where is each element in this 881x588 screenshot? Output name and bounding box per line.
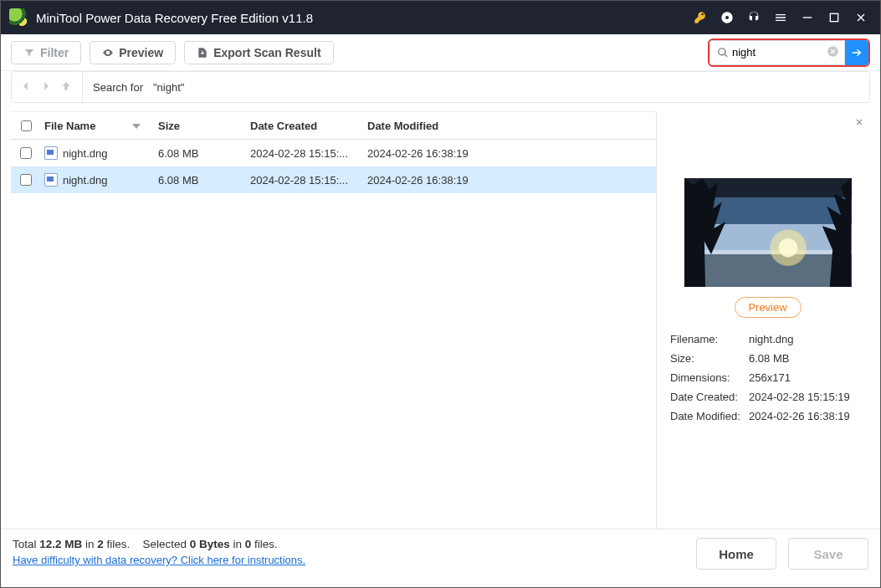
svg-rect-0 <box>803 17 812 18</box>
preview-thumbnail <box>684 178 852 287</box>
col-name[interactable]: File Name <box>44 120 95 132</box>
search-input[interactable] <box>732 46 827 59</box>
meta-val-dimensions: 256x171 <box>749 371 865 384</box>
preview-label: Preview <box>119 46 163 59</box>
meta-val-filename: night.dng <box>749 333 865 345</box>
search-submit-button[interactable] <box>845 40 868 65</box>
svg-rect-1 <box>830 13 837 21</box>
minimize-icon[interactable] <box>800 10 815 25</box>
meta-label-created: Date Created: <box>670 391 749 403</box>
footer: Total 12.2 MB in 2 files. Selected 0 Byt… <box>1 529 880 587</box>
col-created[interactable]: Date Created <box>250 120 367 132</box>
meta-val-size: 6.08 MB <box>749 352 865 365</box>
filter-button[interactable]: Filter <box>11 41 81 64</box>
app-logo <box>9 8 28 27</box>
close-icon[interactable] <box>853 10 868 25</box>
file-size: 6.08 MB <box>158 174 250 187</box>
app-title: MiniTool Power Data Recovery Free Editio… <box>36 11 313 25</box>
col-modified[interactable]: Date Modified <box>367 120 656 132</box>
search-box <box>708 38 870 67</box>
license-key-icon[interactable] <box>693 10 708 25</box>
breadcrumb-prefix: Search for <box>93 81 143 94</box>
breadcrumb: Search for "night" <box>11 71 870 103</box>
file-size: 6.08 MB <box>158 147 250 160</box>
preview-open-button[interactable]: Preview <box>735 297 802 318</box>
help-link[interactable]: Have difficulty with data recovery? Clic… <box>13 554 305 566</box>
meta-label-dimensions: Dimensions: <box>670 371 749 384</box>
file-icon <box>44 146 58 160</box>
close-preview-icon[interactable] <box>852 115 867 130</box>
file-modified: 2024-02-26 16:38:19 <box>367 174 656 187</box>
table-row[interactable]: night.dng 6.08 MB 2024-02-28 15:15:... 2… <box>11 166 656 193</box>
export-label: Export Scan Result <box>213 46 320 59</box>
meta-label-size: Size: <box>670 352 749 365</box>
row-checkbox[interactable] <box>20 174 32 186</box>
file-created: 2024-02-28 15:15:... <box>250 174 367 187</box>
preview-panel: Preview Filename:night.dng Size:6.08 MB … <box>665 111 870 529</box>
select-all-checkbox[interactable] <box>21 120 32 131</box>
menu-icon[interactable] <box>773 10 788 25</box>
file-modified: 2024-02-26 16:38:19 <box>367 147 656 160</box>
file-created: 2024-02-28 15:15:... <box>250 147 367 160</box>
meta-val-created: 2024-02-28 15:15:19 <box>749 391 865 403</box>
file-list-header: File Name Size Date Created Date Modifie… <box>11 111 656 140</box>
clear-search-icon[interactable] <box>827 45 844 60</box>
nav-forward-icon[interactable] <box>40 80 52 95</box>
search-icon <box>717 47 729 59</box>
support-icon[interactable] <box>746 10 761 25</box>
file-name: night.dng <box>63 174 108 187</box>
preview-button[interactable]: Preview <box>90 41 176 64</box>
toolbar: Filter Preview Export Scan Result <box>1 34 880 71</box>
footer-stats: Total 12.2 MB in 2 files. Selected 0 Byt… <box>13 538 696 550</box>
disc-icon[interactable] <box>720 10 735 25</box>
breadcrumb-term: "night" <box>153 81 184 94</box>
meta-label-modified: Date Modified: <box>670 410 749 422</box>
export-button[interactable]: Export Scan Result <box>184 41 333 64</box>
file-icon <box>44 173 58 187</box>
maximize-icon[interactable] <box>827 10 842 25</box>
titlebar: MiniTool Power Data Recovery Free Editio… <box>1 1 880 34</box>
sort-indicator-icon <box>99 120 141 132</box>
home-button[interactable]: Home <box>696 538 776 570</box>
meta-label-filename: Filename: <box>670 333 749 345</box>
col-size[interactable]: Size <box>158 120 250 132</box>
meta-val-modified: 2024-02-26 16:38:19 <box>749 410 865 422</box>
filter-label: Filter <box>40 46 69 59</box>
file-name: night.dng <box>63 147 108 160</box>
save-button[interactable]: Save <box>788 538 868 570</box>
nav-back-icon[interactable] <box>20 80 32 95</box>
row-checkbox[interactable] <box>20 147 32 159</box>
table-row[interactable]: night.dng 6.08 MB 2024-02-28 15:15:... 2… <box>11 140 656 166</box>
nav-up-icon[interactable] <box>60 80 72 95</box>
file-list: File Name Size Date Created Date Modifie… <box>11 111 657 529</box>
preview-metadata: Filename:night.dng Size:6.08 MB Dimensio… <box>670 333 865 422</box>
